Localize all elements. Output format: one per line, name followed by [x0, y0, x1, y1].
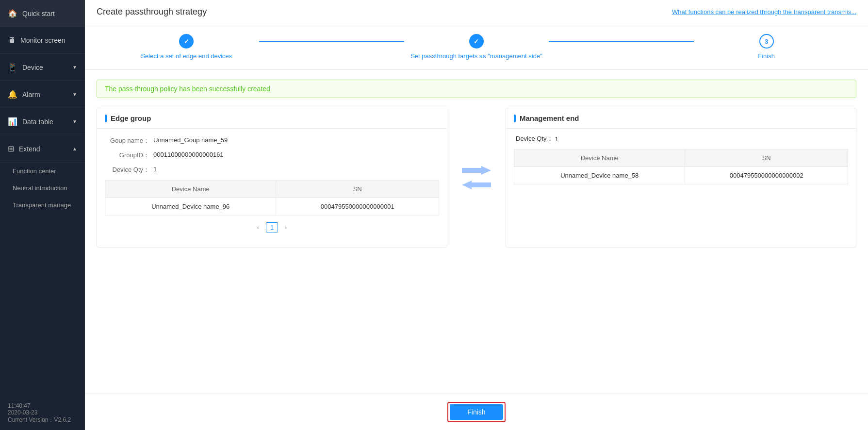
sidebar-item-device[interactable]: 📱 Device ▼ — [0, 54, 85, 81]
sidebar: 🏠 Quick start 🖥 Monitor screen 📱 Device … — [0, 0, 85, 430]
edge-col-sn: SN — [276, 181, 439, 198]
sub-item-label: Neutral introduction — [13, 184, 67, 192]
alarm-icon: 🔔 — [8, 90, 17, 99]
edge-group-content: Goup name： Unnamed_Goup name_59 GroupID：… — [97, 129, 447, 247]
sidebar-item-label: Extend — [19, 145, 40, 153]
step-1: ✓ Select a set of edge end devices — [114, 34, 259, 60]
device-qty-value: 1 — [153, 165, 157, 174]
help-link[interactable]: What functions can be realized through t… — [672, 8, 856, 16]
edge-group-section: Edge group Goup name： Unnamed_Goup name_… — [97, 108, 447, 248]
edge-device-name: Unnamed_Device name_96 — [105, 198, 276, 215]
steps-container: ✓ Select a set of edge end devices ✓ Set… — [85, 24, 868, 70]
sub-item-label: Transparent manage — [13, 201, 71, 209]
edge-table-header-row: Device Name SN — [105, 181, 439, 198]
group-name-row: Goup name： Unnamed_Goup name_59 — [105, 136, 439, 145]
table-row: Unnamed_Device name_58 00047955000000000… — [514, 167, 848, 184]
extend-icon: ⊞ — [8, 144, 14, 153]
step-3: 3 Finish — [694, 34, 839, 60]
edge-col-device-name: Device Name — [105, 181, 276, 198]
edge-group-table: Device Name SN Unnamed_Device name_96 00… — [105, 180, 439, 215]
transfer-arrows-area — [457, 108, 496, 248]
sidebar-sub-item-neutral-introduction[interactable]: Neutral introduction — [0, 180, 85, 197]
table-row: Unnamed_Device name_96 00047955000000000… — [105, 198, 439, 215]
sidebar-item-label: Monitor screen — [20, 36, 66, 44]
mgmt-table-header-row: Device Name SN — [514, 149, 848, 167]
home-icon: 🏠 — [8, 9, 17, 18]
pagination: ‹ 1 › — [105, 215, 439, 239]
sidebar-item-data-table[interactable]: 📊 Data table ▼ — [0, 108, 85, 135]
step-2-label: Set passthrough targets as "management s… — [410, 52, 542, 60]
edge-device-sn: 000479550000000000001 — [276, 198, 439, 215]
content-area: The pass-through policy has been success… — [85, 70, 868, 394]
svg-marker-0 — [462, 166, 491, 175]
chevron-down-icon: ▼ — [72, 92, 77, 97]
step-3-circle: 3 — [759, 34, 774, 49]
management-end-section: Management end Device Qty： 1 Device Name… — [506, 108, 856, 248]
step-2: ✓ Set passthrough targets as "management… — [404, 34, 549, 60]
footer-bar: Finish — [85, 394, 868, 430]
management-end-header: Management end — [506, 108, 856, 129]
group-id-row: GroupID： 00011000000000000161 — [105, 151, 439, 160]
svg-marker-1 — [462, 181, 491, 189]
sidebar-item-label: Device — [22, 64, 43, 71]
sidebar-sub-item-function-center[interactable]: Function center — [0, 163, 85, 180]
step-1-label: Select a set of edge end devices — [141, 52, 232, 60]
device-qty-label: Device Qty： — [105, 165, 153, 174]
edge-device-qty-row: Device Qty： 1 — [105, 165, 439, 174]
sidebar-item-alarm[interactable]: 🔔 Alarm ▼ — [0, 81, 85, 108]
management-end-title: Management end — [520, 114, 579, 122]
sidebar-item-extend[interactable]: ⊞ Extend ▲ — [0, 135, 85, 163]
mgmt-device-sn: 000479550000000000002 — [685, 167, 848, 184]
current-page: 1 — [266, 222, 278, 232]
sidebar-item-label: Quick start — [22, 10, 55, 17]
success-banner: The pass-through policy has been success… — [97, 80, 856, 98]
mgmt-table-wrapper: Device Name SN Unnamed_Device name_58 00… — [506, 149, 856, 192]
step-1-circle: ✓ — [179, 34, 194, 49]
date-display: 2020-03-23 — [8, 409, 77, 416]
group-id-value: 00011000000000000161 — [153, 151, 224, 160]
chevron-down-icon: ▼ — [72, 65, 77, 70]
group-name-label: Goup name： — [105, 136, 153, 145]
mgmt-table: Device Name SN Unnamed_Device name_58 00… — [514, 149, 848, 184]
finish-button[interactable]: Finish — [450, 404, 503, 420]
edge-group-header: Edge group — [97, 108, 447, 129]
step-2-circle: ✓ — [469, 34, 484, 49]
sidebar-item-label: Alarm — [22, 91, 40, 99]
mgmt-col-sn: SN — [685, 149, 848, 167]
mgmt-header-bar — [514, 115, 516, 122]
chevron-down-icon: ▼ — [72, 119, 77, 124]
sidebar-item-quick-start[interactable]: 🏠 Quick start — [0, 0, 85, 27]
sidebar-item-monitor-screen[interactable]: 🖥 Monitor screen — [0, 27, 85, 54]
mgmt-col-device-name: Device Name — [514, 149, 685, 167]
edge-group-title: Edge group — [111, 114, 151, 122]
mgmt-qty-row: Device Qty： 1 — [506, 129, 856, 149]
step-3-label: Finish — [758, 52, 775, 60]
mgmt-qty-label: Device Qty： — [516, 134, 553, 143]
sections-row: Edge group Goup name： Unnamed_Goup name_… — [97, 108, 856, 248]
arrow-right-icon — [462, 165, 491, 176]
top-bar: Create passthrough strategy What functio… — [85, 0, 868, 24]
sidebar-item-label: Data table — [22, 118, 53, 126]
mgmt-qty-value: 1 — [555, 135, 558, 143]
monitor-icon: 🖥 — [8, 36, 16, 45]
main-area: Create passthrough strategy What functio… — [85, 0, 868, 430]
sub-item-label: Function center — [13, 167, 56, 175]
step-line-2 — [549, 41, 694, 42]
device-icon: 📱 — [8, 63, 17, 72]
group-id-label: GroupID： — [105, 151, 153, 160]
mgmt-device-name: Unnamed_Device name_58 — [514, 167, 685, 184]
next-page-btn[interactable]: › — [282, 223, 290, 232]
table-icon: 📊 — [8, 117, 17, 126]
sidebar-bottom: 11:40:47 2020-03-23 Current Version：V2.6… — [0, 397, 85, 430]
version-display: Current Version：V2.6.2 — [8, 416, 77, 424]
group-name-value: Unnamed_Goup name_59 — [153, 136, 228, 145]
header-bar — [105, 115, 107, 122]
sidebar-sub-item-transparent-manage[interactable]: Transparent manage — [0, 197, 85, 214]
page-title: Create passthrough strategy — [97, 7, 207, 17]
step-line-1 — [259, 41, 404, 42]
success-message: The pass-through policy has been success… — [105, 85, 270, 93]
time-display: 11:40:47 — [8, 402, 77, 409]
chevron-up-icon: ▲ — [72, 146, 77, 151]
arrow-left-icon — [462, 180, 491, 190]
prev-page-btn[interactable]: ‹ — [254, 223, 262, 232]
